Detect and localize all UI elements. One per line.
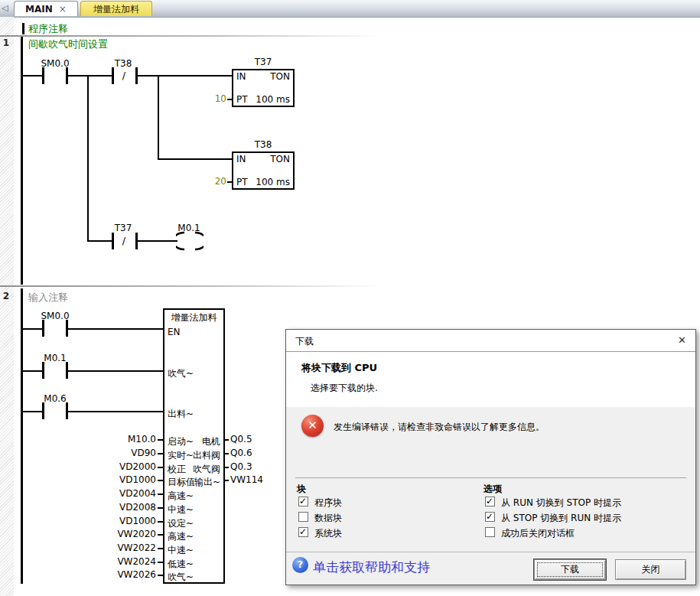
- operand-address[interactable]: Q0.6: [230, 448, 252, 458]
- timer-box-ton[interactable]: IN TON PT 100 ms: [232, 69, 295, 107]
- pin-stub: [223, 439, 229, 441]
- operand-address[interactable]: VD90: [106, 448, 156, 458]
- tab-subroutine-label: 增量法加料: [93, 4, 139, 15]
- editor-tab-bar: ◁ MAIN× 增量法加料: [0, 0, 700, 18]
- operand-address[interactable]: VW2026: [106, 569, 156, 580]
- subroutine-block[interactable]: 增量法加料 EN 吹气~ 出料~ 启动~ 实时~ 校正 目标值 高速~ 中速~ …: [163, 308, 225, 584]
- wire-segment: [68, 370, 163, 372]
- dialog-subheading: 选择要下载的块.: [311, 382, 378, 395]
- nc-slash-icon: /: [114, 235, 134, 246]
- timer-box-ton[interactable]: IN TON PT 100 ms: [232, 151, 295, 190]
- network-separator: [0, 35, 383, 37]
- tab-main-label: MAIN: [25, 4, 53, 15]
- contact-label: T37: [106, 223, 140, 233]
- network-2-number: 2: [0, 291, 12, 301]
- operand-address[interactable]: Q0.3: [230, 461, 252, 472]
- checkbox-prompt-run-stop[interactable]: [485, 497, 495, 506]
- pin-stub: [158, 548, 163, 549]
- help-q-glyph: ?: [292, 559, 308, 570]
- pin-in-label: IN: [236, 71, 246, 82]
- pin-stub: [223, 453, 229, 454]
- operand-address[interactable]: VD2008: [106, 502, 156, 513]
- operand-address[interactable]: VW114: [230, 474, 263, 485]
- error-icon: ✕: [301, 415, 324, 437]
- network-1-number: 1: [0, 37, 12, 48]
- contact-nc[interactable]: [135, 67, 138, 84]
- contact-no[interactable]: [66, 67, 68, 84]
- pin-input-name: 低速~: [168, 558, 194, 571]
- wire-segment: [138, 240, 177, 242]
- pin-blow: 吹气~: [168, 367, 194, 380]
- tab-close-icon[interactable]: ×: [59, 4, 67, 15]
- wire-segment: [68, 411, 163, 412]
- operand-address[interactable]: VD2000: [106, 461, 156, 472]
- pin-stub: [158, 507, 163, 509]
- close-button[interactable]: 关闭: [615, 559, 686, 580]
- checkbox-close-on-success[interactable]: [485, 527, 495, 537]
- checkbox-label: 数据块: [314, 512, 342, 525]
- wire-segment: [138, 75, 232, 77]
- contact-no[interactable]: [66, 402, 68, 419]
- pin-stub: [223, 480, 229, 481]
- wire-segment: [87, 240, 113, 242]
- network-2-comment[interactable]: 输入注释: [28, 291, 68, 305]
- operand-address[interactable]: VW2022: [106, 542, 156, 553]
- power-rail: [21, 37, 23, 285]
- timer-name: T38: [232, 139, 295, 150]
- contact-no[interactable]: [66, 320, 68, 337]
- contact-no[interactable]: [42, 402, 44, 419]
- timer-name: T37: [232, 57, 295, 67]
- tab-subroutine[interactable]: 增量法加料: [80, 1, 152, 16]
- checkbox-prompt-stop-run[interactable]: [485, 512, 495, 522]
- download-button[interactable]: 下载: [534, 559, 606, 580]
- dialog-title-bar[interactable]: 下载 ✕: [286, 330, 695, 352]
- pin-stub: [158, 467, 163, 468]
- network-1-title[interactable]: 间歇吹气时间设置: [28, 37, 108, 51]
- wire-branch: [158, 75, 159, 160]
- close-icon[interactable]: ✕: [678, 334, 686, 346]
- operand-address[interactable]: VD1000: [106, 474, 156, 485]
- operand-address[interactable]: VD2004: [106, 488, 156, 499]
- time-base: 100 ms: [256, 94, 290, 105]
- pin-stub: [158, 562, 163, 563]
- tab-main[interactable]: MAIN×: [14, 1, 78, 16]
- operand-address[interactable]: M10.0: [106, 434, 156, 445]
- pt-value[interactable]: 10: [208, 93, 226, 104]
- tab-scroll-left-icon[interactable]: ◁: [2, 2, 8, 15]
- output-coil[interactable]: [176, 231, 203, 251]
- microwin-editor-window: ◁ MAIN× 增量法加料 1 2 程序注释 间歇吹气时间设置 SM0.0 T3…: [0, 0, 700, 596]
- section-divider: [295, 477, 686, 478]
- wire-segment: [22, 411, 42, 412]
- contact-nc[interactable]: [135, 233, 138, 249]
- help-icon[interactable]: ?: [292, 557, 308, 573]
- pin-stub: [158, 439, 163, 441]
- checkbox-system-block[interactable]: [298, 527, 308, 537]
- pin-input-name: 实时~: [168, 449, 194, 462]
- operand-address[interactable]: Q0.5: [230, 434, 252, 445]
- pin-stub: [158, 480, 163, 481]
- contact-no[interactable]: [42, 362, 44, 379]
- operand-address[interactable]: VD1000: [106, 516, 156, 526]
- contact-no[interactable]: [42, 320, 44, 337]
- operand-address[interactable]: VW2024: [106, 556, 156, 567]
- wire-branch: [87, 75, 89, 242]
- pin-stub: [158, 534, 163, 536]
- pin-stub: [223, 467, 229, 468]
- pin-input-name: 校正: [168, 463, 186, 476]
- operand-address[interactable]: VW2020: [106, 529, 156, 539]
- checkbox-data-block[interactable]: [298, 512, 308, 522]
- pin-input-name: 中速~: [168, 544, 194, 557]
- help-link[interactable]: 单击获取帮助和支持: [313, 559, 430, 576]
- checkbox-program-block[interactable]: [298, 497, 308, 506]
- pin-input-name: 目标值: [168, 476, 195, 489]
- pin-stub: [158, 493, 163, 495]
- pt-value[interactable]: 20: [208, 176, 226, 187]
- block-title: 增量法加料: [164, 311, 223, 324]
- pin-pt-label: PT: [236, 94, 248, 105]
- options-section-label: 选项: [483, 483, 502, 496]
- program-comment[interactable]: 程序注释: [28, 22, 68, 36]
- contact-no[interactable]: [42, 67, 44, 84]
- wire-segment: [22, 370, 42, 372]
- contact-no[interactable]: [66, 362, 68, 379]
- pin-output-name: 电机: [202, 435, 220, 448]
